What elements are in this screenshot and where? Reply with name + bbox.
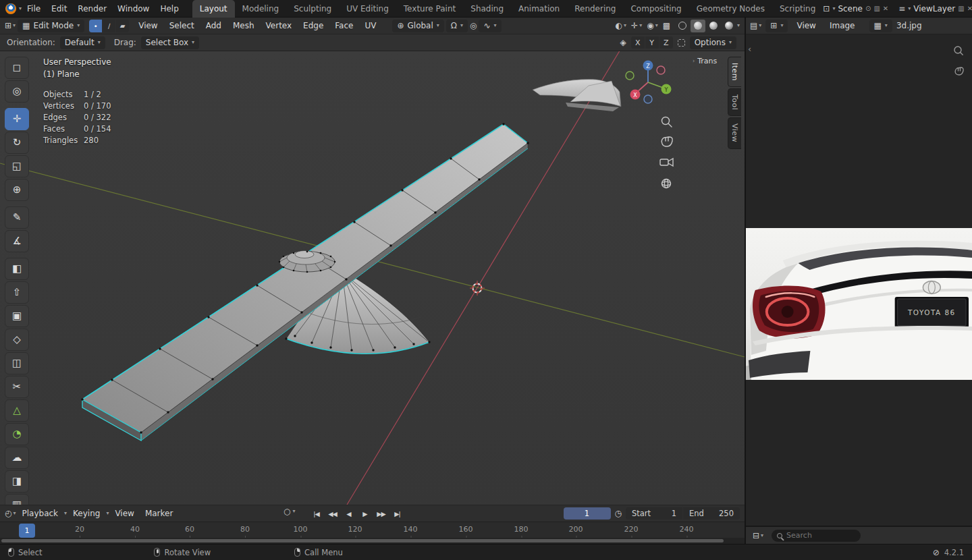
menu-render[interactable]: Render (72, 0, 112, 18)
tool-extrude-region[interactable]: ⇧ (5, 281, 29, 304)
visibility-filter-button[interactable]: ◐ ▾ (616, 22, 627, 30)
tool-inset-faces[interactable]: ▣ (5, 305, 29, 327)
next-keyframe-button[interactable]: ▶▶ (374, 507, 388, 520)
tool-spin[interactable]: ◔ (5, 423, 29, 445)
gizmo-x-neg-handle[interactable] (657, 66, 665, 74)
menu-select[interactable]: Select (165, 21, 199, 30)
camera-view-icon[interactable] (660, 159, 673, 166)
zoom-icon[interactable] (953, 45, 964, 56)
gizmo-y-neg-handle[interactable] (626, 72, 634, 80)
image-editor-canvas[interactable]: ‹ (746, 34, 972, 526)
snap-base-icon[interactable] (678, 39, 685, 47)
gizmo-z-neg-handle[interactable] (644, 95, 652, 103)
tab-shading[interactable]: Shading (463, 0, 511, 18)
menu-add[interactable]: Add (201, 21, 226, 30)
menu-playback[interactable]: Playback (18, 509, 63, 518)
drag-dropdown[interactable]: Select Box ▾ (141, 36, 199, 49)
chevron-down-icon[interactable]: ▾ (737, 23, 740, 28)
region-corner-icon[interactable]: ‹ (748, 44, 751, 54)
tool-smooth[interactable]: ☁ (5, 447, 29, 469)
menu-keying[interactable]: Keying (68, 509, 105, 518)
mesh-wingtip-object[interactable] (533, 80, 621, 111)
menu-uv[interactable]: UV (360, 21, 381, 30)
image-mode-dropdown[interactable]: ⊞ ▾ (765, 20, 788, 32)
image-name[interactable]: 3d.jpg (896, 21, 922, 30)
network-offline-icon[interactable]: ⊘ (933, 549, 940, 557)
tool-edge-slide[interactable]: ◨ (5, 470, 29, 493)
navigation-gizmo[interactable]: Z X Y (626, 61, 672, 104)
tool-rip-region[interactable]: ▥ (5, 494, 29, 505)
snapping-dropdown[interactable]: Ω ▾ (446, 20, 468, 32)
blender-logo-icon[interactable] (5, 3, 16, 14)
tool-knife[interactable]: ✂ (5, 376, 29, 398)
tool-add-cube[interactable]: ◧ (5, 258, 29, 280)
playhead[interactable]: 1 (19, 524, 35, 538)
timeline-ruler[interactable]: 20 40 60 80 100 120 140 160 180 200 220 … (0, 522, 745, 538)
sidebar-tab-tool[interactable]: Tool (728, 88, 741, 116)
menu-mesh[interactable]: Mesh (228, 21, 259, 30)
orientation-dropdown[interactable]: Default ▾ (60, 36, 105, 49)
play-reverse-button[interactable]: ◀ (342, 507, 356, 520)
timeline-editor-type-selector[interactable]: ◴ ▾ (5, 509, 16, 517)
tab-sculpting[interactable]: Sculpting (286, 0, 339, 18)
mesh-wing[interactable] (81, 123, 529, 441)
tab-geometry-nodes[interactable]: Geometry Nodes (689, 0, 772, 18)
tool-measure[interactable]: ∡ (5, 230, 29, 252)
tool-move[interactable]: ✛ (5, 108, 29, 130)
tool-transform[interactable]: ⊕ (5, 179, 29, 201)
xray-toggle-button[interactable]: ▩ (663, 22, 670, 30)
menu-edit[interactable]: Edit (46, 0, 72, 18)
vertex-select-button[interactable]: ∙ (89, 20, 102, 32)
play-button[interactable]: ▶ (358, 507, 372, 520)
timeline-scrollbar[interactable] (0, 538, 745, 544)
close-icon[interactable]: ✕ (883, 5, 888, 12)
menu-face[interactable]: Face (330, 21, 358, 30)
tool-annotate[interactable]: ✎ (5, 206, 29, 229)
options-dropdown[interactable]: Options ▾ (690, 36, 736, 49)
pan-hand-icon[interactable] (662, 137, 672, 146)
edge-select-button[interactable]: ∕ (103, 20, 115, 32)
transform-orientation-dropdown[interactable]: ⊕ Global ▾ (392, 20, 443, 32)
image-editor-type-selector[interactable]: ▤ ▾ (750, 22, 761, 30)
menu-edge[interactable]: Edge (298, 21, 328, 30)
scene-selector[interactable]: ⊡ ▾ Scene ⊙ ▥ ✕ (823, 4, 888, 13)
tab-texture-paint[interactable]: Texture Paint (396, 0, 463, 18)
pin-icon[interactable]: ⊙ (865, 5, 871, 12)
transform-panel-peek[interactable]: › Trans (693, 57, 717, 65)
tool-poly-build[interactable]: △ (5, 399, 29, 422)
shading-solid-button[interactable] (691, 20, 705, 32)
end-frame-field[interactable]: End 250 (683, 507, 740, 520)
menu-vertex[interactable]: Vertex (261, 21, 297, 30)
sidebar-tab-item[interactable]: Item (728, 57, 741, 87)
close-icon[interactable]: ✕ (967, 5, 972, 12)
menu-window[interactable]: Window (112, 0, 155, 18)
tool-cursor[interactable]: ◎ (5, 80, 29, 103)
tool-rotate[interactable]: ↻ (5, 132, 29, 154)
tab-modeling[interactable]: Modeling (235, 0, 287, 18)
mirror-y-button[interactable]: Y (645, 36, 659, 49)
search-input[interactable] (786, 531, 848, 540)
duplicate-icon[interactable]: ▥ (873, 5, 880, 12)
tool-loop-cut[interactable]: ◫ (5, 352, 29, 374)
tab-uv-editing[interactable]: UV Editing (339, 0, 396, 18)
tab-rendering[interactable]: Rendering (567, 0, 623, 18)
mirror-z-button[interactable]: Z (659, 36, 673, 49)
face-select-button[interactable]: ▰ (116, 20, 129, 32)
current-frame-field[interactable]: 1 (564, 507, 611, 520)
viewport-canvas[interactable]: Z X Y (0, 51, 745, 505)
start-frame-field[interactable]: Start 1 (626, 507, 682, 520)
autokey-toggle[interactable]: ○ ▾ (284, 507, 296, 515)
prev-keyframe-button[interactable]: ◀◀ (325, 507, 340, 520)
jump-to-start-button[interactable]: |◀ (309, 507, 323, 520)
tool-scale[interactable]: ◱ (5, 155, 29, 177)
menu-file[interactable]: File (22, 0, 46, 18)
viewlayer-selector[interactable]: ≡ ▾ ViewLayer ▥ ✕ (898, 4, 972, 13)
tool-bevel[interactable]: ◇ (5, 329, 29, 351)
editor-type-selector[interactable]: ⊞ ▾ (5, 22, 16, 30)
tab-layout[interactable]: Layout (192, 0, 235, 18)
orthographic-grid-icon[interactable] (662, 179, 671, 188)
tool-select-box[interactable]: ◻ (5, 57, 29, 79)
properties-editor-type-selector[interactable]: ⊟ ▾ (753, 532, 763, 540)
menu-image-view[interactable]: View (792, 21, 820, 30)
tab-scripting[interactable]: Scripting (772, 0, 823, 18)
